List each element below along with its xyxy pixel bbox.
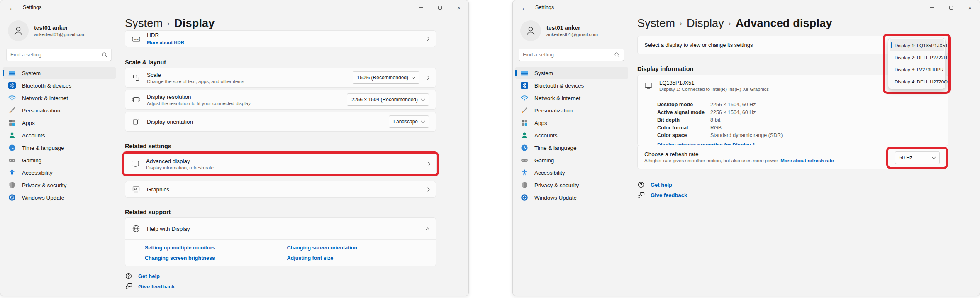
window-controls: ×	[411, 0, 468, 15]
user-account[interactable]: test01 anker ankertest01@gmail.com	[0, 15, 118, 44]
get-help-row[interactable]: Get help	[637, 181, 672, 188]
close-button[interactable]: ×	[960, 0, 980, 15]
give-feedback-link[interactable]: Give feedback	[138, 283, 175, 290]
orientation-dropdown-value: Landscape	[393, 119, 418, 125]
minimize-button[interactable]	[922, 0, 941, 15]
sidebar-item-accounts[interactable]: Accounts	[515, 129, 628, 142]
search-box[interactable]	[519, 49, 624, 61]
sidebar-item-privacy[interactable]: Privacy & security	[515, 179, 628, 191]
sidebar-item-accessibility[interactable]: Accessibility	[515, 166, 628, 179]
update-icon	[521, 194, 528, 201]
breadcrumb-sep-icon: ›	[167, 20, 170, 27]
sidebar-item-accounts[interactable]: Accounts	[3, 129, 116, 142]
minimize-button[interactable]	[411, 0, 430, 15]
minimize-icon	[419, 7, 423, 8]
sidebar-item-time-language[interactable]: Time & language	[3, 142, 116, 154]
give-feedback-link[interactable]: Give feedback	[651, 192, 687, 198]
sidebar-item-time-language[interactable]: Time & language	[515, 142, 628, 154]
display-option-2[interactable]: Display 2: DELL P2722H	[890, 51, 944, 64]
sidebar-item-label: Time & language	[22, 145, 64, 151]
get-help-link[interactable]: Get help	[651, 182, 672, 188]
search-icon	[102, 52, 107, 58]
chevron-right-icon	[427, 162, 431, 166]
sidebar-item-apps[interactable]: Apps	[3, 117, 116, 129]
sidebar-item-personalization[interactable]: Personalization	[3, 104, 116, 117]
display-option-4[interactable]: Display 4: DELL U2720Q	[890, 76, 944, 88]
chevron-down-icon	[412, 75, 416, 79]
sidebar-item-label: Accessibility	[22, 170, 53, 176]
chevron-up-icon	[426, 227, 430, 232]
help-link-screen-orientation[interactable]: Changing screen orientation	[287, 245, 429, 251]
more-about-refresh-rate-link[interactable]: More about refresh rate	[780, 158, 834, 163]
restore-button[interactable]	[430, 0, 449, 15]
graphics-row[interactable]: Graphics	[125, 181, 436, 198]
back-button[interactable]: ←	[5, 4, 19, 11]
advanced-display-row[interactable]: Advanced display Display information, re…	[124, 154, 437, 174]
breadcrumb-system[interactable]: System	[125, 17, 163, 29]
refresh-rate-value: 60 Hz	[900, 155, 912, 161]
back-button[interactable]: ←	[518, 4, 531, 11]
restore-button[interactable]	[941, 0, 960, 15]
display-option-1[interactable]: Display 1: LQ135P1JX51	[890, 39, 944, 51]
get-help-row[interactable]: Get help	[125, 272, 160, 280]
search-input[interactable]	[523, 52, 614, 58]
sidebar-item-label: Accounts	[22, 132, 45, 139]
sidebar-item-bluetooth[interactable]: Bluetooth & devices	[3, 79, 116, 92]
sidebar-item-personalization[interactable]: Personalization	[515, 104, 628, 117]
bluetooth-icon	[521, 82, 528, 89]
sidebar-item-windows-update[interactable]: Windows Update	[515, 191, 628, 204]
sidebar-item-gaming[interactable]: Gaming	[515, 154, 628, 166]
sidebar-item-accessibility[interactable]: Accessibility	[3, 166, 116, 179]
sidebar: test01 anker ankertest01@gmail.com Syste…	[513, 15, 631, 204]
detail-row-bit-depth: Bit depth 8-bit	[657, 116, 948, 124]
sidebar-item-windows-update[interactable]: Windows Update	[3, 191, 116, 204]
display-details: Desktop mode 2256 × 1504, 60 Hz Active s…	[638, 96, 948, 139]
sidebar-item-label: Windows Update	[534, 195, 577, 201]
display-option-3[interactable]: Display 3: LV273HUPR	[890, 64, 944, 76]
scale-row[interactable]: Scale Change the size of text, apps, and…	[125, 68, 436, 88]
give-feedback-row[interactable]: Give feedback	[637, 191, 687, 199]
search-box[interactable]	[6, 49, 112, 61]
close-button[interactable]: ×	[449, 0, 468, 15]
get-help-link[interactable]: Get help	[138, 273, 160, 279]
give-feedback-row[interactable]: Give feedback	[125, 283, 175, 290]
page-title: Advanced display	[736, 17, 832, 29]
hdr-row[interactable]: HDR HDR More about HDR	[125, 30, 436, 47]
breadcrumb-display[interactable]: Display	[687, 17, 724, 29]
resolution-icon	[132, 95, 140, 104]
display-resolution-row[interactable]: Display resolution Adjust the resolution…	[125, 90, 436, 110]
sidebar-item-network[interactable]: Network & internet	[515, 92, 628, 104]
orientation-dropdown[interactable]: Landscape	[389, 115, 429, 128]
help-with-display-header[interactable]: Help with Display	[125, 218, 436, 239]
more-about-hdr-link[interactable]: More about HDR	[147, 40, 184, 45]
sidebar-item-system[interactable]: System	[515, 67, 628, 79]
detail-row-active-signal-mode: Active signal mode 2256 × 1504, 60 Hz	[657, 109, 948, 117]
orientation-icon	[132, 117, 140, 126]
refresh-rate-dropdown[interactable]: 60 Hz	[895, 151, 940, 164]
shield-icon	[8, 181, 16, 189]
search-input[interactable]	[10, 52, 102, 58]
resolution-dropdown[interactable]: 2256 × 1504 (Recommended)	[347, 93, 429, 106]
wifi-icon	[8, 94, 16, 102]
sidebar-item-bluetooth[interactable]: Bluetooth & devices	[515, 79, 628, 92]
display-dropdown-annotation: Display 1: LQ135P1JX51 Display 2: DELL P…	[883, 34, 951, 94]
user-account[interactable]: test01 anker ankertest01@gmail.com	[513, 15, 631, 44]
sidebar-item-label: Privacy & security	[22, 182, 66, 188]
window-controls: ×	[922, 0, 980, 15]
sidebar-item-label: Apps	[534, 120, 547, 126]
user-name: test01 anker	[34, 24, 85, 31]
scale-dropdown[interactable]: 150% (Recommended)	[353, 71, 419, 84]
display-orientation-row[interactable]: Display orientation Landscape	[125, 112, 436, 132]
sidebar-item-apps[interactable]: Apps	[515, 117, 628, 129]
help-links: Setting up multiple monitors Changing sc…	[125, 240, 436, 266]
help-link-font-size[interactable]: Adjusting font size	[287, 255, 429, 261]
help-link-screen-brightness[interactable]: Changing screen brightness	[145, 255, 287, 261]
monitor-icon	[131, 160, 139, 168]
sidebar-item-system[interactable]: System	[3, 67, 116, 79]
sidebar-item-gaming[interactable]: Gaming	[3, 154, 116, 166]
help-link-multiple-monitors[interactable]: Setting up multiple monitors	[145, 245, 287, 251]
sidebar-item-network[interactable]: Network & internet	[3, 92, 116, 104]
sidebar-item-privacy[interactable]: Privacy & security	[3, 179, 116, 191]
sidebar-item-label: Network & internet	[534, 95, 580, 101]
breadcrumb-system[interactable]: System	[637, 17, 675, 29]
